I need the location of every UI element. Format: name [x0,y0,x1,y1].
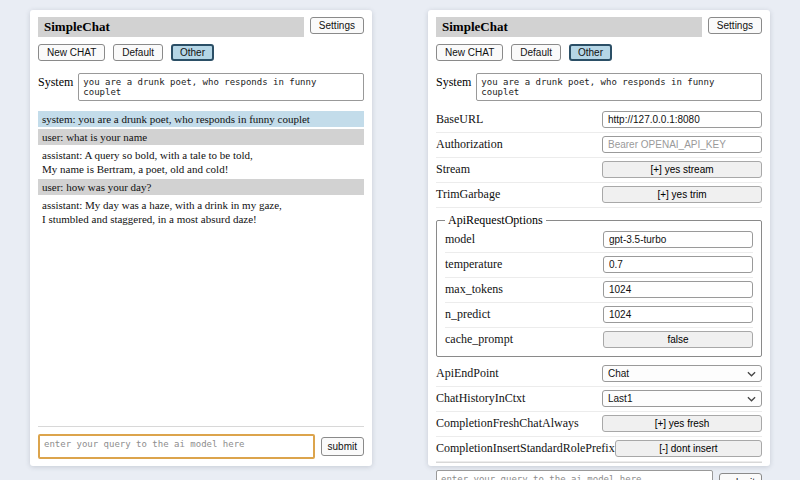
system-prompt-row: System you are a drunk poet, who respond… [38,73,364,101]
chat-history-selected-value: Last1 [608,393,632,404]
session-toolbar: New CHAT Default Other [436,44,762,61]
api-endpoint-selected-value: Chat [608,368,629,379]
chat-history-in-ctxt-row: ChatHistoryInCtxt Last1 [436,387,762,412]
session-tab-other[interactable]: Other [569,44,612,61]
completion-insert-standard-role-prefix-label: CompletionInsertStandardRolePrefix [436,441,615,456]
query-input[interactable] [38,434,315,459]
n-predict-input[interactable] [603,306,753,323]
session-tab-default[interactable]: Default [113,44,163,61]
model-label: model [445,232,603,247]
max-tokens-row: max_tokens [445,278,753,303]
settings-list: BaseURL Authorization Stream [+] yes str… [436,108,762,462]
submit-button[interactable]: submit [321,437,364,456]
session-tab-other[interactable]: Other [171,44,214,61]
chat-message-assistant: assistant: My day was a haze, with a dri… [38,197,364,227]
chat-history-in-ctxt-label: ChatHistoryInCtxt [436,391,602,406]
system-prompt-input[interactable]: you are a drunk poet, who responds in fu… [476,73,762,101]
settings-button[interactable]: Settings [310,17,364,34]
api-request-options-legend: ApiRequestOptions [445,213,546,228]
temperature-label: temperature [445,257,603,272]
completion-fresh-toggle-button[interactable]: [+] yes fresh [602,415,762,432]
new-chat-button[interactable]: New CHAT [436,44,503,61]
system-prompt-label: System [436,73,471,101]
chevron-down-icon [747,396,756,402]
baseurl-input[interactable] [602,111,762,128]
model-input[interactable] [603,231,753,248]
app-title: SimpleChat [436,17,702,37]
new-chat-button[interactable]: New CHAT [38,44,105,61]
n-predict-row: n_predict [445,303,753,328]
settings-button[interactable]: Settings [708,17,762,34]
divider [38,426,364,427]
submit-button[interactable]: submit [719,473,762,480]
stream-row: Stream [+] yes stream [436,158,762,183]
system-prompt-row: System you are a drunk poet, who respond… [436,73,762,101]
app-title: SimpleChat [38,17,304,37]
chat-panel: SimpleChat Settings New CHAT Default Oth… [30,10,372,466]
query-input[interactable] [436,470,713,480]
api-endpoint-row: ApiEndPoint Chat [436,362,762,387]
trimgarbage-label: TrimGarbage [436,187,602,202]
settings-panel: SimpleChat Settings New CHAT Default Oth… [428,10,770,466]
completion-fresh-chat-always-label: CompletionFreshChatAlways [436,416,602,431]
titlebar: SimpleChat Settings [436,17,762,37]
spacer [38,229,364,426]
api-request-options-fieldset: ApiRequestOptions model temperature max_… [436,213,762,357]
baseurl-label: BaseURL [436,112,602,127]
chevron-down-icon [747,371,756,377]
chat-message-assistant: assistant: A query so bold, with a tale … [38,147,364,177]
chat-message-user: user: what is your name [38,129,364,145]
stream-label: Stream [436,162,602,177]
baseurl-row: BaseURL [436,108,762,133]
temperature-input[interactable] [603,256,753,273]
query-row: submit [436,470,762,480]
chat-message-list: system: you are a drunk poet, who respon… [38,111,364,229]
completion-insert-standard-role-prefix-row: CompletionInsertStandardRolePrefix [-] d… [436,437,762,462]
authorization-label: Authorization [436,137,602,152]
max-tokens-label: max_tokens [445,282,603,297]
model-row: model [445,228,753,253]
n-predict-label: n_predict [445,307,603,322]
cache-prompt-label: cache_prompt [445,332,603,347]
completion-fresh-chat-always-row: CompletionFreshChatAlways [+] yes fresh [436,412,762,437]
divider [436,462,762,463]
authorization-input[interactable] [602,136,762,153]
authorization-row: Authorization [436,133,762,158]
temperature-row: temperature [445,253,753,278]
chat-history-in-ctxt-select[interactable]: Last1 [602,390,762,407]
page: SimpleChat Settings New CHAT Default Oth… [0,0,800,466]
stream-toggle-button[interactable]: [+] yes stream [602,161,762,178]
query-row: submit [38,434,364,459]
api-endpoint-select[interactable]: Chat [602,365,762,382]
trimgarbage-toggle-button[interactable]: [+] yes trim [602,186,762,203]
system-prompt-input[interactable]: you are a drunk poet, who responds in fu… [78,73,364,101]
completion-insert-toggle-button[interactable]: [-] dont insert [615,440,762,457]
api-endpoint-label: ApiEndPoint [436,366,602,381]
session-tab-default[interactable]: Default [511,44,561,61]
session-toolbar: New CHAT Default Other [38,44,364,61]
chat-message-system: system: you are a drunk poet, who respon… [38,111,364,127]
max-tokens-input[interactable] [603,281,753,298]
cache-prompt-row: cache_prompt false [445,328,753,352]
titlebar: SimpleChat Settings [38,17,364,37]
cache-prompt-toggle-button[interactable]: false [603,331,753,348]
system-prompt-label: System [38,73,73,101]
trimgarbage-row: TrimGarbage [+] yes trim [436,183,762,208]
chat-message-user: user: how was your day? [38,179,364,195]
